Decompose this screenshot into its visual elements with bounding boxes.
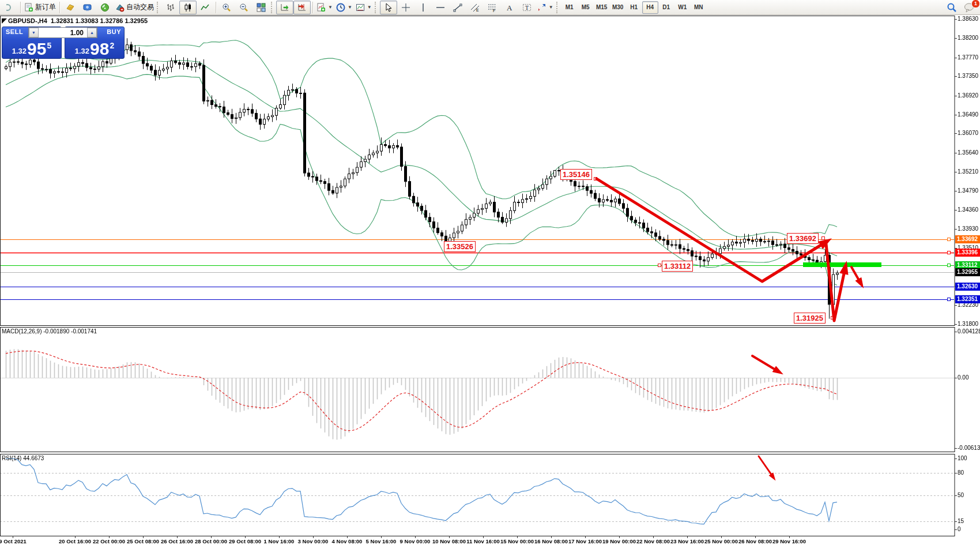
- chart-shift-button[interactable]: [293, 1, 311, 14]
- timeframe-m5-button[interactable]: M5: [578, 1, 594, 14]
- chart-price-annotation[interactable]: 1.31925: [794, 313, 826, 324]
- auto-scroll-button[interactable]: [276, 1, 293, 14]
- candlestick-chart-button[interactable]: [179, 1, 197, 14]
- time-axis-label: 1 Nov 16:00: [264, 538, 295, 544]
- horizontal-line-button[interactable]: [432, 1, 449, 14]
- toolbar-separator: [216, 2, 216, 13]
- crosshair-button[interactable]: [397, 1, 414, 14]
- history-center-button[interactable]: [62, 1, 79, 14]
- time-axis-label: 26 Nov 08:00: [738, 538, 772, 544]
- sell-label[interactable]: SELL: [6, 28, 23, 35]
- timeframe-m1-button[interactable]: M1: [561, 1, 578, 14]
- trendline-button[interactable]: [449, 1, 466, 14]
- equidistant-channel-button[interactable]: E: [466, 1, 484, 14]
- vertical-line-button[interactable]: [414, 1, 432, 14]
- rsi-axis-tick: 15: [958, 518, 964, 524]
- buy-price-big: 98: [90, 40, 109, 58]
- chart-fragment-icon: [1, 1, 18, 14]
- timeframe-m15-button[interactable]: M15: [594, 1, 610, 14]
- buy-price-base: 1.32: [75, 47, 89, 55]
- buy-price-pip: 2: [110, 41, 114, 50]
- rsi-axis-tick: 100: [958, 455, 967, 461]
- tile-windows-button[interactable]: [252, 1, 270, 14]
- timeframe-d1-button[interactable]: D1: [658, 1, 674, 14]
- timeframe-w1-button[interactable]: W1: [674, 1, 691, 14]
- time-axis-label: 9 Oct 2021: [0, 538, 27, 544]
- fibonacci-button[interactable]: F: [484, 1, 501, 14]
- price-axis-tick: 1.34790: [958, 187, 978, 194]
- chart-price-annotation[interactable]: 1.35146: [560, 169, 592, 180]
- volume-decrease-button[interactable]: ▼: [29, 28, 39, 37]
- time-axis-label: 26 Oct 16:00: [161, 538, 193, 544]
- price-axis-tick: 1.35210: [958, 168, 978, 175]
- notification-count-badge: 1: [971, 0, 980, 8]
- time-axis-label: 22 Oct 00:00: [93, 538, 125, 544]
- macd-axis-tick: 0.00: [958, 374, 968, 381]
- rsi-indicator-label: RSI(14) 44.6673: [2, 455, 44, 461]
- periods-button[interactable]: ▼: [334, 1, 354, 14]
- macd-axis-tick: 0.004128: [958, 328, 980, 334]
- price-axis-tick: 1.34360: [958, 206, 978, 213]
- zoom-out-button[interactable]: [235, 1, 252, 14]
- price-axis-tick: 1.31800: [958, 321, 978, 327]
- svg-text:A: A: [507, 3, 512, 12]
- toolbar-separator: [20, 2, 21, 13]
- one-click-trading-panel: SELL BUY ▼ ▲ 1.32 95 5 1.32 98 2: [2, 27, 125, 59]
- zoom-in-button[interactable]: [218, 1, 235, 14]
- time-axis-label: 23 Nov 16:00: [670, 538, 704, 544]
- time-axis-label: 29 Nov 16:00: [772, 538, 806, 544]
- timeframe-m30-button[interactable]: M30: [610, 1, 626, 14]
- price-level-badge: 1.32955: [955, 268, 980, 276]
- rsi-axis-tick: 50: [958, 492, 964, 498]
- svg-text:E: E: [476, 8, 479, 12]
- volume-input[interactable]: [39, 28, 87, 37]
- price-level-badge: 1.32630: [955, 283, 980, 291]
- search-button[interactable]: [943, 1, 960, 14]
- timeframe-mn-button[interactable]: MN: [691, 1, 707, 14]
- hosting-button[interactable]: [79, 1, 96, 14]
- main-toolbar: 新订单自动交易▼▼▼EFAT▼M1M5M15M30H1H4D1W1MN1: [0, 0, 980, 15]
- svg-text:F: F: [493, 9, 495, 12]
- volume-control: ▼ ▲: [28, 27, 97, 38]
- price-axis-tick: 1.36920: [958, 92, 978, 99]
- rsi-axis-tick: 80: [958, 469, 964, 476]
- price-axis-tick: 1.33930: [958, 225, 978, 232]
- time-axis-label: 25 Nov 00:00: [704, 538, 738, 544]
- buy-label[interactable]: BUY: [107, 28, 121, 35]
- toolbar-grip: [157, 2, 161, 13]
- timeframe-h1-button[interactable]: H1: [626, 1, 642, 14]
- price-axis-tick: 1.38630: [958, 16, 978, 22]
- indicators-button[interactable]: ▼: [315, 1, 334, 14]
- chart-price-annotation[interactable]: 1.33526: [444, 241, 476, 252]
- time-axis-label: 9 Nov 00:00: [400, 538, 431, 544]
- time-axis-label: 5 Nov 16:00: [366, 538, 397, 544]
- time-axis-label: 22 Nov 08:00: [636, 538, 670, 544]
- price-level-badge: 1.33396: [955, 249, 980, 257]
- chart-price-annotation[interactable]: 1.33692: [787, 233, 819, 244]
- arrows-button[interactable]: ▼: [536, 1, 555, 14]
- macd-axis-tick: -0.006132: [958, 445, 980, 451]
- volume-increase-button[interactable]: ▲: [87, 28, 97, 37]
- templates-button[interactable]: ▼: [354, 1, 374, 14]
- toolbar-separator: [59, 2, 60, 13]
- price-axis-tick: 1.35640: [958, 149, 978, 156]
- timeframe-h4-button[interactable]: H4: [642, 1, 658, 14]
- text-label-button[interactable]: T: [518, 1, 536, 14]
- price-axis-tick: 1.37350: [958, 73, 978, 79]
- autotrading-button[interactable]: 自动交易: [114, 1, 156, 14]
- time-axis-label: 20 Oct 16:00: [59, 538, 91, 544]
- time-axis-label: 3 Nov 00:00: [298, 538, 329, 544]
- new-order-button[interactable]: 新订单: [22, 1, 58, 14]
- notifications-button[interactable]: 1: [960, 1, 978, 14]
- cursor-button[interactable]: [380, 1, 397, 14]
- sell-price[interactable]: 1.32 95 5: [2, 38, 62, 58]
- chart-canvas[interactable]: [0, 0, 980, 545]
- buy-price[interactable]: 1.32 98 2: [65, 38, 125, 58]
- signals-button[interactable]: [96, 1, 114, 14]
- line-chart-button[interactable]: [197, 1, 214, 14]
- time-axis-label: 28 Oct 00:00: [195, 538, 227, 544]
- text-button[interactable]: A: [501, 1, 518, 14]
- bar-chart-button[interactable]: [162, 1, 179, 14]
- chart-price-annotation[interactable]: 1.33112: [662, 261, 693, 272]
- chart-menu-triangle-icon[interactable]: [2, 18, 7, 24]
